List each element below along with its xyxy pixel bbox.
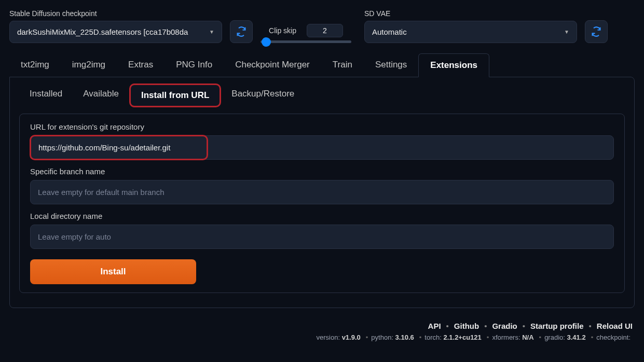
clipskip-label: Clip skip bbox=[269, 26, 296, 35]
checkpoint-label: Stable Diffusion checkpoint bbox=[9, 9, 222, 18]
version-gradio: gradio: 3.41.2 bbox=[544, 333, 586, 341]
clipskip-group: Clip skip 2 bbox=[261, 24, 351, 43]
footer-versions: version: v1.9.0•python: 3.10.6•torch: 2.… bbox=[9, 333, 633, 341]
footer-link-gradio[interactable]: Gradio bbox=[492, 322, 517, 330]
checkpoint-group: Stable Diffusion checkpoint darkSushiMix… bbox=[9, 9, 222, 43]
footer-link-startup-profile[interactable]: Startup profile bbox=[530, 322, 584, 330]
footer: API•Github•Gradio•Startup profile•Reload… bbox=[9, 322, 635, 341]
version-version: version: v1.9.0 bbox=[316, 333, 360, 341]
footer-link-github[interactable]: Github bbox=[454, 322, 479, 330]
version-checkpoint: checkpoint: bbox=[596, 333, 631, 341]
version-python: python: 3.10.6 bbox=[371, 333, 414, 341]
extensions-panel: InstalledAvailableInstall from URLBackup… bbox=[9, 77, 635, 308]
branch-input[interactable] bbox=[30, 180, 614, 204]
tab-png-info[interactable]: PNG Info bbox=[165, 53, 224, 77]
version-torch: torch: 2.1.2+cu121 bbox=[424, 333, 482, 341]
install-button[interactable]: Install bbox=[30, 259, 196, 284]
dir-label: Local directory name bbox=[30, 212, 614, 220]
install-from-url-panel: URL for extension's git repository Speci… bbox=[19, 114, 625, 293]
clipskip-value[interactable]: 2 bbox=[307, 24, 343, 37]
subtab-backup-restore[interactable]: Backup/Restore bbox=[221, 83, 305, 107]
subtab-installed[interactable]: Installed bbox=[19, 83, 73, 107]
subtab-available[interactable]: Available bbox=[73, 83, 129, 107]
refresh-vae-button[interactable] bbox=[585, 20, 608, 43]
vae-label: SD VAE bbox=[364, 9, 577, 18]
vae-select[interactable]: Automatic ▼ bbox=[364, 21, 577, 43]
chevron-down-icon: ▼ bbox=[209, 29, 214, 35]
branch-label: Specific branch name bbox=[30, 167, 614, 176]
tab-checkpoint-merger[interactable]: Checkpoint Merger bbox=[224, 53, 321, 77]
tab-settings[interactable]: Settings bbox=[364, 53, 418, 77]
url-highlight-box bbox=[30, 135, 208, 160]
subtab-install-from-url[interactable]: Install from URL bbox=[129, 83, 221, 107]
chevron-down-icon: ▼ bbox=[564, 29, 569, 35]
slider-thumb[interactable] bbox=[262, 37, 271, 47]
tab-extras[interactable]: Extras bbox=[117, 53, 165, 77]
checkpoint-value: darkSushiMixMix_225D.safetensors [cca17b… bbox=[17, 27, 188, 36]
refresh-icon bbox=[236, 26, 246, 37]
main-tabs: txt2imgimg2imgExtrasPNG InfoCheckpoint M… bbox=[9, 53, 635, 77]
url-field-group: URL for extension's git repository bbox=[30, 122, 614, 160]
clipskip-slider[interactable] bbox=[261, 40, 351, 43]
footer-link-reload-ui[interactable]: Reload UI bbox=[597, 322, 633, 330]
tab-extensions[interactable]: Extensions bbox=[418, 53, 489, 77]
tab-txt2img[interactable]: txt2img bbox=[9, 53, 61, 77]
url-input-wrapper bbox=[30, 135, 614, 160]
vae-group: SD VAE Automatic ▼ bbox=[364, 9, 577, 43]
url-label: URL for extension's git repository bbox=[30, 122, 614, 131]
sub-tabs: InstalledAvailableInstall from URLBackup… bbox=[10, 83, 634, 107]
dir-field-group: Local directory name bbox=[30, 212, 614, 249]
top-toolbar: Stable Diffusion checkpoint darkSushiMix… bbox=[9, 9, 635, 43]
url-input[interactable] bbox=[32, 137, 205, 158]
refresh-icon bbox=[591, 26, 601, 37]
dir-input[interactable] bbox=[30, 225, 614, 249]
version-xformers: xformers: N/A bbox=[492, 333, 533, 341]
tab-train[interactable]: Train bbox=[321, 53, 364, 77]
refresh-checkpoint-button[interactable] bbox=[230, 20, 253, 43]
vae-value: Automatic bbox=[372, 27, 407, 36]
footer-links: API•Github•Gradio•Startup profile•Reload… bbox=[9, 322, 633, 330]
tab-img2img[interactable]: img2img bbox=[61, 53, 117, 77]
footer-link-api[interactable]: API bbox=[428, 322, 441, 330]
checkpoint-select[interactable]: darkSushiMixMix_225D.safetensors [cca17b… bbox=[9, 21, 222, 43]
branch-field-group: Specific branch name bbox=[30, 167, 614, 204]
